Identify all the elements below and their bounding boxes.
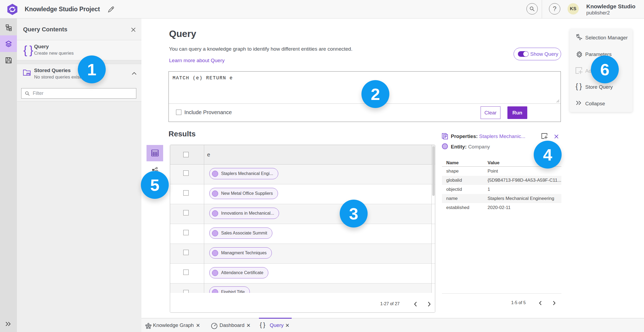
svg-text:{ }: { } xyxy=(23,44,33,56)
